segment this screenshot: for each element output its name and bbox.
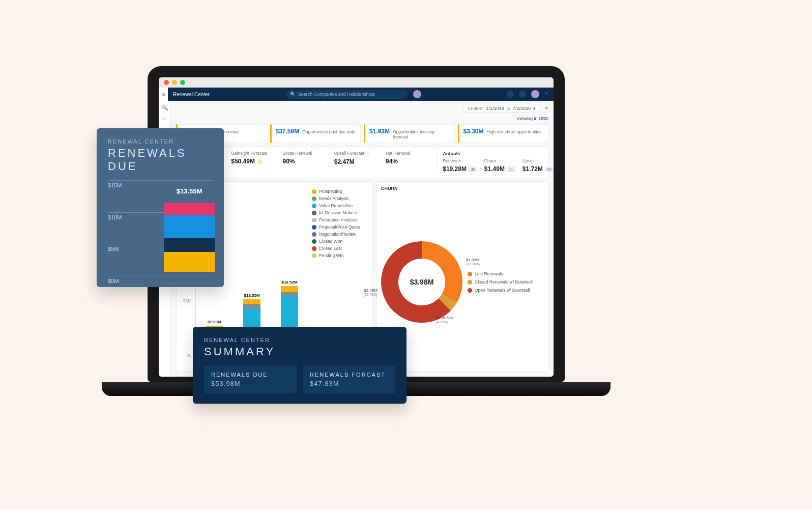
user-avatar[interactable]: [531, 90, 539, 98]
apps-icon[interactable]: [519, 91, 526, 98]
summary-box-renewals-due[interactable]: RENEWALS DUE $53.98M: [204, 365, 297, 393]
count-chip[interactable]: 11: [507, 166, 515, 172]
date-to: 7/1/2020: [513, 106, 531, 111]
collapse-icon[interactable]: ⌃: [544, 92, 548, 97]
date-range-label: Custom: [468, 106, 483, 111]
overlay-summary: RENEWAL CENTER SUMMARY RENEWALS DUE $53.…: [193, 327, 407, 404]
alert-card[interactable]: $1.93M Opportunities missing forecast: [364, 124, 455, 143]
alert-row: $47.61M missing renewal $37.59M Opportun…: [176, 124, 548, 143]
donut-chart[interactable]: $3.98M $1.33M (33.36%) $165.70K (4.16%): [381, 241, 462, 323]
date-range-picker[interactable]: Custom 1/1/2019 to 7/1/2020 ▾: [463, 104, 540, 113]
close-icon[interactable]: [164, 80, 169, 85]
maximize-icon[interactable]: [180, 80, 185, 85]
info-icon[interactable]: ⓘ: [365, 151, 369, 156]
alert-card[interactable]: $3.30M High risk churn opportunities: [458, 124, 549, 143]
donut-legend: Lost Renewals Closed Renewals w/ Downsel…: [468, 271, 533, 293]
date-from: 1/1/2019: [486, 106, 504, 111]
top-bar: ≡ Renewal Center 🔍 Search Companies and …: [159, 88, 554, 101]
currency-note: Viewing in USD: [176, 116, 548, 121]
count-chip[interactable]: 30: [469, 166, 477, 172]
churn-title: CHURN: [381, 186, 544, 191]
menu-icon[interactable]: ≡: [159, 88, 168, 101]
search-icon: 🔍: [290, 92, 296, 97]
overlay-bar-label: $13.55M: [164, 187, 215, 195]
search-placeholder: Search Companies and Relationships: [298, 92, 375, 97]
count-chip[interactable]: 10: [545, 166, 554, 172]
search-input[interactable]: 🔍 Search Companies and Relationships: [286, 90, 408, 99]
summary-card: Renewal Forecast ⓘ $52.46M Gainsight For…: [176, 146, 548, 178]
window-chrome: [159, 77, 554, 88]
summary-box-renewals-forecast[interactable]: RENEWALS FORCAST $47.83M: [303, 365, 395, 393]
donut-center: $3.98M: [398, 259, 445, 305]
book-icon[interactable]: [507, 91, 514, 98]
app-title: Renewal Center: [173, 92, 210, 97]
minimize-icon[interactable]: [172, 80, 177, 85]
alert-card[interactable]: $37.59M Opportunities past due date: [270, 124, 361, 143]
filter-icon[interactable]: ⧩: [544, 106, 548, 111]
sidebar-search-icon[interactable]: 🔍: [162, 105, 168, 110]
overlay-bar: [164, 195, 215, 272]
wand-icon: ✨: [257, 159, 263, 164]
user-avatar-secondary[interactable]: [413, 90, 421, 98]
overlay-renewals-due: RENEWAL CENTER RENEWALS DUE $15M $10M $5…: [97, 128, 224, 287]
sidebar-home-icon[interactable]: ⌂: [163, 116, 166, 121]
chevron-down-icon: ▾: [533, 106, 536, 111]
